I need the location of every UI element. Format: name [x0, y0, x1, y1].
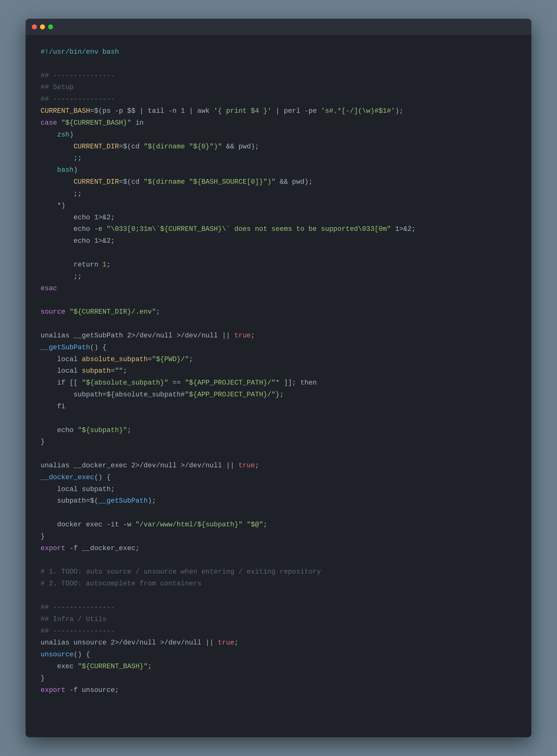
- terminal-window: #!/usr/bin/env bash ## --------------- #…: [26, 19, 531, 737]
- code-content: #!/usr/bin/env bash ## --------------- #…: [26, 35, 531, 715]
- close-button[interactable]: [32, 24, 37, 29]
- maximize-button[interactable]: [48, 24, 53, 29]
- minimize-button[interactable]: [40, 24, 45, 29]
- titlebar: [26, 19, 531, 35]
